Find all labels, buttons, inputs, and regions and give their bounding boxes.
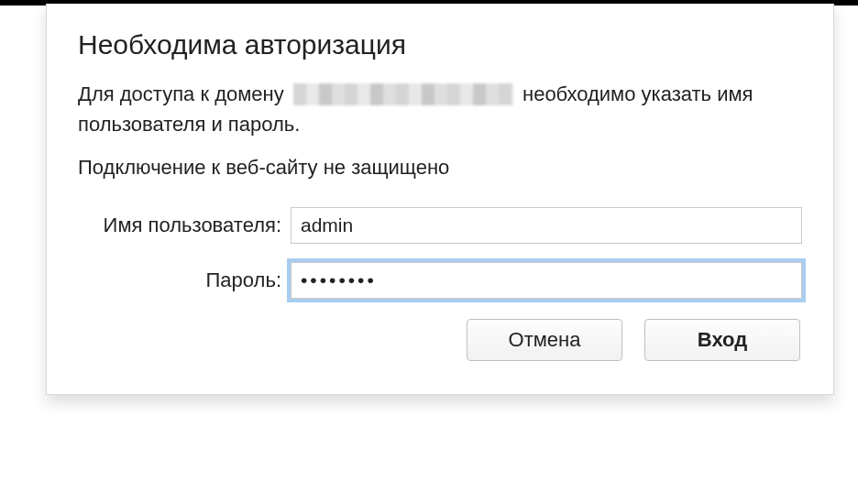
dialog-buttons: Отмена Вход [78, 319, 802, 361]
submit-button[interactable]: Вход [644, 319, 800, 361]
username-label: Имя пользователя: [78, 214, 291, 237]
dialog-message-before: Для доступа к домену [78, 82, 284, 105]
username-input[interactable] [291, 207, 802, 244]
username-row: Имя пользователя: [78, 207, 802, 244]
dialog-title: Необходима авторизация [78, 29, 802, 60]
cancel-button[interactable]: Отмена [467, 319, 622, 361]
insecure-warning: Подключение к веб-сайту не защищено [78, 156, 802, 180]
password-input[interactable] [291, 262, 802, 299]
auth-dialog: Необходима авторизация Для доступа к дом… [46, 4, 834, 395]
password-label: Пароль: [78, 268, 291, 292]
redacted-domain [293, 83, 513, 105]
dialog-message: Для доступа к домену необходимо указать … [78, 79, 802, 139]
password-row: Пароль: [78, 262, 802, 299]
